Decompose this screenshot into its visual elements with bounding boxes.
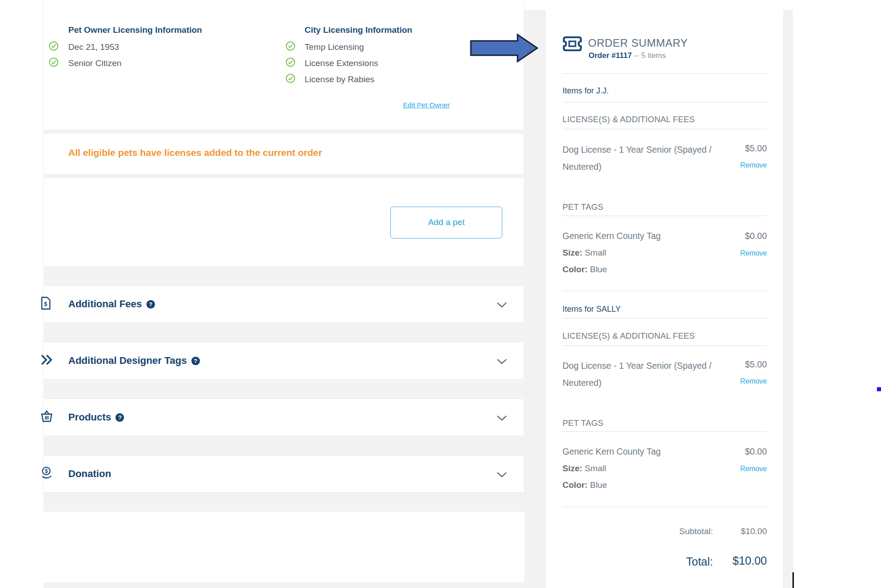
divider	[562, 431, 767, 432]
divider	[562, 129, 767, 129]
check-icon	[286, 41, 295, 51]
tag-item-name: Generic Kern County Tag	[562, 447, 661, 457]
donation-icon: $	[40, 466, 53, 482]
help-icon[interactable]: ?	[115, 413, 124, 422]
city-info-item: License Extensions	[305, 58, 378, 68]
divider	[562, 291, 767, 291]
tag-size-label: Size:	[562, 248, 582, 257]
accordion-additional-fees[interactable]: $ Additional Fees?	[43, 285, 524, 323]
tag-color-value: Blue	[590, 480, 607, 490]
pet-owner-section-title: Pet Owner Licensing Information	[68, 25, 202, 35]
license-item-name: Dog License - 1 Year Senior (Spayed / Ne…	[562, 141, 717, 175]
eligibility-message: All eligible pets have licenses added to…	[68, 147, 322, 158]
help-icon[interactable]: ?	[191, 357, 200, 365]
tag-size-line: Size: Small	[562, 248, 606, 258]
divider	[562, 73, 767, 74]
order-summary-panel: ORDER SUMMARY Order #1117 -- 5 items Ite…	[546, 0, 783, 588]
license-section-header: LICENSE(S) & ADDITIONAL FEES	[562, 331, 695, 341]
basket-icon	[40, 410, 53, 425]
divider	[43, 380, 524, 398]
order-item-count: -- 5 items	[634, 51, 666, 60]
remove-link[interactable]: Remove	[740, 465, 767, 473]
edit-pet-owner-link[interactable]: Edit Pet Owner	[403, 101, 450, 109]
city-info-item: License by Rabies	[305, 75, 374, 84]
divider	[43, 436, 524, 455]
divider	[43, 493, 524, 512]
tag-color-line: Color: Blue	[562, 265, 607, 274]
chevron-down-icon[interactable]	[496, 472, 507, 480]
license-item-name: Dog License - 1 Year Senior (Spayed / Ne…	[562, 357, 717, 391]
divider	[562, 507, 767, 507]
tag-color-line: Color: Blue	[562, 480, 607, 490]
tag-size-label: Size:	[562, 464, 582, 473]
license-item-price: $5.00	[745, 359, 767, 370]
annotation-arrow-icon	[470, 33, 539, 65]
pet-group-heading: Items for J.J.	[562, 86, 609, 96]
tag-item-price: $0.00	[745, 447, 767, 457]
tag-color-label: Color:	[562, 480, 588, 490]
pet-group-heading: Items for SALLY	[562, 305, 621, 314]
total-label: Total:	[686, 555, 713, 568]
add-pet-card: Add a pet	[43, 177, 524, 267]
add-pet-button[interactable]: Add a pet	[390, 207, 502, 239]
divider	[783, 10, 793, 588]
divider	[43, 323, 524, 342]
order-summary-title: ORDER SUMMARY	[588, 37, 688, 49]
remove-link[interactable]: Remove	[740, 249, 767, 257]
accordion-label: Products	[68, 411, 111, 423]
receipt-icon: $	[40, 296, 52, 312]
divider	[562, 216, 767, 216]
eligibility-message-card: All eligible pets have licenses added to…	[43, 133, 524, 175]
pet-owner-info-item: Dec 21, 1953	[68, 42, 119, 52]
divider	[43, 582, 524, 588]
chevron-down-icon[interactable]	[496, 302, 507, 310]
subtotal-value: $10.00	[741, 526, 767, 536]
chevron-down-icon[interactable]	[496, 358, 507, 367]
tag-color-value: Blue	[590, 265, 607, 274]
divider	[524, 10, 546, 588]
tag-size-line: Size: Small	[562, 464, 606, 473]
blue-dot-artifact	[877, 387, 881, 391]
total-value: $10.00	[733, 554, 767, 567]
divider	[562, 318, 767, 318]
check-icon	[49, 57, 58, 67]
svg-text:$: $	[44, 301, 47, 307]
check-icon	[49, 41, 58, 51]
remove-link[interactable]: Remove	[740, 161, 767, 169]
double-chevron-icon	[40, 354, 54, 368]
accordion-donation[interactable]: $ Donation	[43, 455, 524, 493]
tag-size-value: Small	[585, 248, 607, 257]
pet-tags-section-header: PET TAGS	[562, 202, 603, 212]
divider	[562, 102, 767, 102]
chevron-down-icon[interactable]	[496, 415, 507, 423]
accordion-products[interactable]: Products?	[43, 398, 524, 436]
tag-color-label: Color:	[562, 265, 588, 274]
order-number: Order #1117	[589, 51, 632, 60]
pet-owner-info-item: Senior Citizen	[68, 58, 121, 68]
remove-link[interactable]: Remove	[740, 377, 767, 385]
city-section-title: City Licensing Information	[305, 25, 412, 35]
pet-tags-section-header: PET TAGS	[562, 418, 603, 428]
svg-text:$: $	[45, 468, 48, 474]
accordion-label: Additional Fees	[68, 298, 142, 309]
accordion-label: Donation	[68, 468, 111, 479]
ticket-icon	[562, 35, 582, 54]
accordion-label: Additional Designer Tags	[68, 355, 187, 366]
divider	[43, 267, 524, 285]
tag-item-name: Generic Kern County Tag	[562, 231, 661, 241]
divider	[562, 345, 767, 346]
city-info-item: Temp Licensing	[305, 42, 364, 52]
check-icon	[286, 57, 295, 67]
tag-item-price: $0.00	[745, 231, 767, 241]
check-icon	[286, 74, 295, 83]
order-number-line: Order #1117 -- 5 items	[589, 51, 666, 60]
accordion-additional-designer-tags[interactable]: Additional Designer Tags?	[43, 342, 524, 380]
help-icon[interactable]: ?	[146, 300, 155, 309]
text-cursor	[792, 572, 794, 588]
subtotal-label: Subtotal:	[679, 526, 713, 536]
license-item-price: $5.00	[745, 143, 767, 154]
license-section-header: LICENSE(S) & ADDITIONAL FEES	[562, 115, 695, 124]
tag-size-value: Small	[585, 464, 607, 473]
